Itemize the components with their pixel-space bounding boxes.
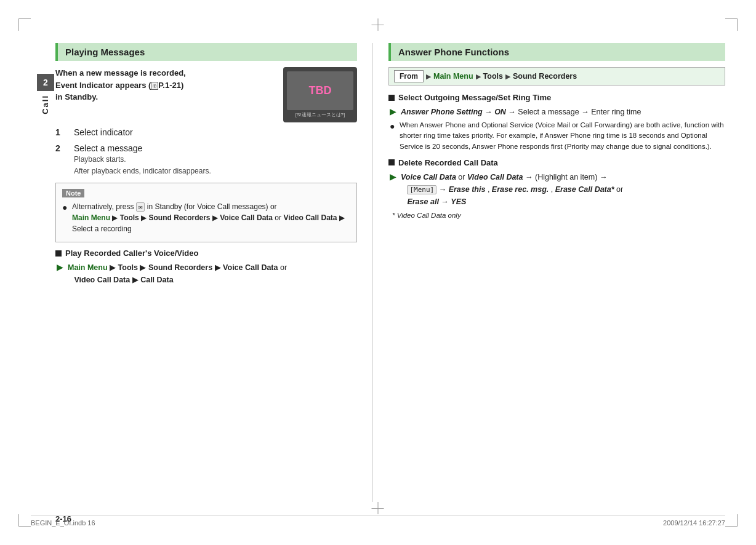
- step-2-number: 2: [55, 143, 68, 153]
- footer-left: BEGIN_E_OI.indb 16: [31, 519, 95, 527]
- play-header-text: Play Recorded Caller's Voice/Video: [65, 249, 198, 258]
- note-content: ● Alternatively, press ✉ in Standby (for…: [62, 201, 350, 235]
- outgoing-arrow-sym: ▶: [390, 106, 398, 118]
- note-box: Note ● Alternatively, press ✉ in Standby…: [55, 183, 357, 243]
- step-2-content: Select a message Playback starts. After …: [74, 143, 357, 177]
- outgoing-dot: ●: [390, 120, 396, 133]
- outgoing-on: ON: [494, 108, 506, 116]
- right-panel: Answer Phone Functions From ▶ Main Menu …: [388, 43, 725, 502]
- delete-arrow-item: ▶ Voice Call Data or Video Call Data → (…: [390, 171, 725, 208]
- note-item: ● Alternatively, press ✉ in Standby (for…: [62, 201, 350, 235]
- delete-footnote: * Video Call Data only: [390, 210, 725, 221]
- delete-header: Delete Recorded Call Data: [388, 158, 725, 167]
- outgoing-setting: Answer Phone Setting: [401, 108, 483, 116]
- delete-video: Video Call Data: [467, 173, 523, 181]
- delete-header-text: Delete Recorded Call Data: [398, 158, 498, 167]
- delete-yes: YES: [451, 197, 466, 206]
- play-recorded-header: Play Recorded Caller's Voice/Video: [55, 249, 357, 258]
- crosshair-bottom: [378, 502, 379, 514]
- outgoing-body: ▶ Answer Phone Setting → ON → Select a m…: [388, 106, 725, 152]
- side-tab-number: 2: [37, 74, 54, 91]
- step-1-number: 1: [55, 127, 68, 137]
- note-text: Alternatively, press ✉ in Standby (for V…: [72, 201, 350, 235]
- step-2-title: Select a message: [74, 143, 357, 153]
- delete-section: Delete Recorded Call Data ▶ Voice Call D…: [388, 158, 725, 221]
- delete-arrow-text: Voice Call Data or Video Call Data → (Hi…: [401, 171, 725, 208]
- step-1-content: Select indicator: [74, 127, 357, 137]
- delete-menu-key: [Menu]: [407, 185, 436, 194]
- nav-arrow-3: ▶: [505, 73, 510, 81]
- play-sound-recorders: Sound Recorders: [148, 263, 212, 272]
- step-1: 1 Select indicator: [55, 127, 357, 137]
- note-video-call-data: Video Call Data: [283, 213, 337, 222]
- play-call-data: Call Data: [140, 276, 174, 284]
- footer-right: 2009/12/14 16:27:27: [663, 519, 725, 527]
- play-recorded-body: ▶ Main Menu ▶ Tools ▶ Sound Recorders ▶ …: [55, 261, 357, 286]
- panel-divider: [372, 43, 373, 502]
- nav-from: From: [394, 70, 424, 82]
- play-arrow-text: Main Menu ▶ Tools ▶ Sound Recorders ▶ Vo…: [68, 261, 357, 286]
- nav-arrow-2: ▶: [476, 73, 481, 81]
- note-key: ✉: [136, 202, 145, 212]
- phone-image: TBD [S!速報ニュースとは?]: [283, 67, 357, 122]
- outgoing-header-text: Select Outgoing Message/Set Ring Time: [398, 93, 551, 102]
- play-voice-call-data: Voice Call Data: [223, 263, 278, 272]
- crosshair-top: [378, 18, 379, 31]
- left-panel: Playing Messages TBD [S!速報ニュースとは?] When …: [55, 43, 357, 502]
- play-arrow-item: ▶ Main Menu ▶ Tools ▶ Sound Recorders ▶ …: [57, 261, 357, 286]
- left-section-header: Playing Messages: [55, 43, 357, 61]
- delete-erase-all: Erase all: [407, 197, 438, 206]
- step-2-sub2: After playback ends, indicator disappear…: [74, 166, 357, 177]
- corner-mark-tl: [18, 18, 31, 31]
- note-voice-call-data: Voice Call Data: [220, 213, 273, 222]
- step-2-sub1: Playback starts.: [74, 154, 357, 165]
- play-recorded-section: Play Recorded Caller's Voice/Video ▶ Mai…: [55, 249, 357, 286]
- play-main-menu: Main Menu: [68, 263, 108, 272]
- play-tools: Tools: [118, 263, 138, 272]
- corner-mark-tr: [725, 18, 738, 31]
- outgoing-dot-item: ● When Answer Phone and Optional Service…: [390, 120, 725, 152]
- delete-erase-rec: Erase rec. msg.: [492, 185, 549, 194]
- play-video-call-data: Video Call Data: [74, 276, 130, 284]
- bullet-square-play: [55, 250, 62, 257]
- outgoing-section: Select Outgoing Message/Set Ring Time ▶ …: [388, 93, 725, 152]
- note-main-menu: Main Menu: [72, 213, 110, 222]
- delete-erase-this: Erase this: [449, 185, 486, 194]
- footer: BEGIN_E_OI.indb 16 2009/12/14 16:27:27: [31, 515, 725, 527]
- corner-mark-br: [725, 514, 738, 527]
- bullet-square-delete: [388, 159, 395, 165]
- nav-arrow-1: ▶: [426, 73, 431, 81]
- outgoing-arrow-item: ▶ Answer Phone Setting → ON → Select a m…: [390, 106, 725, 118]
- nav-sound-recorders: Sound Recorders: [513, 72, 577, 81]
- phone-screen: TBD: [287, 71, 353, 110]
- note-sound-recorders: Sound Recorders: [148, 213, 210, 222]
- intro-area: TBD [S!速報ニュースとは?] When a new message is …: [55, 67, 357, 127]
- delete-erase-call: Erase Call Data*: [555, 185, 614, 194]
- bullet-square-outgoing: [388, 95, 395, 101]
- delete-voice: Voice Call Data: [401, 173, 456, 181]
- note-dot: ●: [62, 201, 68, 214]
- corner-mark-bl: [18, 514, 31, 527]
- delete-arrow-sym: ▶: [390, 171, 398, 183]
- delete-body: ▶ Voice Call Data or Video Call Data → (…: [388, 171, 725, 221]
- note-tools: Tools: [120, 213, 139, 222]
- side-tab: 2 Call: [37, 74, 54, 114]
- step-2: 2 Select a message Playback starts. Afte…: [55, 143, 357, 177]
- outgoing-header: Select Outgoing Message/Set Ring Time: [388, 93, 725, 102]
- phone-text-jp: [S!速報ニュースとは?]: [296, 111, 345, 118]
- main-content: Playing Messages TBD [S!速報ニュースとは?] When …: [55, 43, 725, 502]
- play-arrow-sym: ▶: [57, 261, 65, 274]
- side-tab-label: Call: [41, 95, 50, 114]
- phone-image-inner: TBD [S!速報ニュースとは?]: [283, 67, 357, 122]
- right-section-header: Answer Phone Functions: [388, 43, 725, 61]
- nav-tools: Tools: [483, 72, 503, 81]
- outgoing-arrow-text: Answer Phone Setting → ON → Select a mes…: [401, 106, 725, 118]
- note-label: Note: [62, 189, 84, 197]
- step-1-title: Select indicator: [74, 127, 357, 137]
- outgoing-dot-text: When Answer Phone and Optional Service (…: [400, 120, 725, 152]
- nav-main-menu: Main Menu: [433, 72, 473, 81]
- nav-bar: From ▶ Main Menu ▶ Tools ▶ Sound Recorde…: [388, 67, 725, 86]
